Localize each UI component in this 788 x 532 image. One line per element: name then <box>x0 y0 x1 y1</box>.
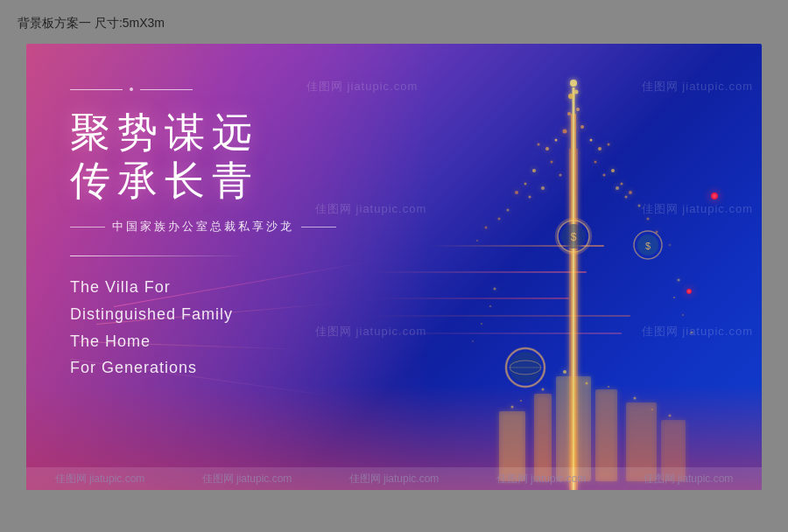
chinese-title-line1: 聚势谋远 <box>70 109 259 155</box>
sub-line-right <box>301 227 336 228</box>
svg-point-9 <box>576 108 580 111</box>
svg-point-27 <box>595 161 597 164</box>
svg-point-49 <box>563 370 566 374</box>
svg-point-15 <box>551 161 553 164</box>
svg-point-25 <box>598 147 602 150</box>
svg-point-33 <box>647 218 650 220</box>
svg-point-19 <box>515 191 518 194</box>
svg-point-29 <box>621 183 623 186</box>
svg-point-28 <box>611 169 615 172</box>
svg-point-52 <box>634 397 637 400</box>
svg-point-22 <box>529 196 531 199</box>
svg-point-55 <box>489 305 491 307</box>
svg-point-36 <box>485 227 488 229</box>
svg-point-17 <box>524 183 527 186</box>
fountain-svg: $ $ <box>412 44 718 490</box>
sub-line-left <box>70 227 105 228</box>
bwm-3: 佳图网 jiatupic.com <box>349 472 440 486</box>
english-lines: The Villa For Distinguished Family The H… <box>70 274 350 381</box>
svg-point-20 <box>507 209 510 212</box>
svg-point-54 <box>669 415 672 417</box>
svg-point-18 <box>559 174 562 177</box>
bottom-watermarks-bar: 佳图网 jiatupic.com 佳图网 jiatupic.com 佳图网 ji… <box>26 467 762 490</box>
svg-text:$: $ <box>645 241 651 251</box>
svg-point-50 <box>586 382 588 385</box>
svg-point-58 <box>678 279 680 282</box>
eng-line-3: The Home <box>70 328 350 355</box>
watermark-mid-2: 佳图网 jiatupic.com <box>642 201 753 217</box>
deco-dot <box>130 88 133 91</box>
svg-point-13 <box>545 147 549 150</box>
chinese-subtitle: 中国家族办公室总裁私享沙龙 <box>112 219 294 234</box>
deco-line-left <box>70 89 123 90</box>
svg-rect-42 <box>556 376 591 481</box>
svg-point-7 <box>574 90 579 94</box>
svg-point-53 <box>651 409 653 410</box>
watermark-top-2: 佳图网 jiatupic.com <box>642 79 753 94</box>
svg-point-46 <box>511 406 514 409</box>
svg-point-57 <box>673 297 675 298</box>
svg-point-60 <box>481 323 482 325</box>
bwm-5: 佳图网 jiatupic.com <box>644 472 734 486</box>
svg-point-11 <box>580 125 584 129</box>
svg-point-5 <box>570 80 577 87</box>
watermark-mid-4: 佳图网 jiatupic.com <box>642 324 753 340</box>
bwm-4: 佳图网 jiatupic.com <box>496 472 587 486</box>
eng-line-2: Distinguished Family <box>70 301 350 328</box>
svg-point-24 <box>590 139 593 142</box>
svg-point-23 <box>541 186 545 190</box>
svg-point-14 <box>538 144 540 146</box>
svg-point-16 <box>532 169 536 172</box>
svg-point-6 <box>568 94 573 99</box>
bwm-1: 佳图网 jiatupic.com <box>55 472 145 486</box>
deco-line-right <box>140 89 193 90</box>
left-content: 聚势谋远 传承长青 中国家族办公室总裁私享沙龙 The Villa For Di… <box>70 88 350 382</box>
main-card: $ $ 佳图网 jiatupic.com 佳图网 jiatupic.com 佳图… <box>26 44 762 490</box>
svg-point-39 <box>669 244 671 246</box>
svg-point-32 <box>638 205 641 207</box>
chinese-title-line2: 传承长青 <box>70 158 259 203</box>
svg-point-31 <box>629 191 632 194</box>
svg-point-47 <box>520 400 522 402</box>
chinese-title: 聚势谋远 传承长青 <box>70 108 350 205</box>
svg-point-26 <box>608 144 610 146</box>
svg-point-59 <box>682 314 684 316</box>
particle-area: $ $ <box>394 44 762 490</box>
horizontal-divider <box>70 256 245 256</box>
svg-point-12 <box>555 139 558 142</box>
svg-point-10 <box>563 130 567 134</box>
top-label: 背景板方案一 尺寸:5mX3m <box>18 16 165 32</box>
decorative-lines-top <box>70 88 350 91</box>
svg-point-35 <box>616 186 619 190</box>
svg-point-51 <box>608 386 609 388</box>
svg-point-21 <box>498 218 501 220</box>
svg-point-62 <box>472 340 474 342</box>
sub-title-line: 中国家族办公室总裁私享沙龙 <box>70 219 350 234</box>
bwm-2: 佳图网 jiatupic.com <box>202 472 292 486</box>
svg-point-8 <box>567 112 571 116</box>
svg-point-37 <box>476 240 478 242</box>
svg-point-34 <box>625 196 628 199</box>
eng-line-4: For Generations <box>70 354 350 382</box>
svg-point-48 <box>542 388 545 391</box>
svg-text:$: $ <box>571 231 577 243</box>
svg-point-56 <box>494 288 496 290</box>
eng-line-1: The Villa For <box>70 274 350 301</box>
svg-point-30 <box>603 174 606 177</box>
